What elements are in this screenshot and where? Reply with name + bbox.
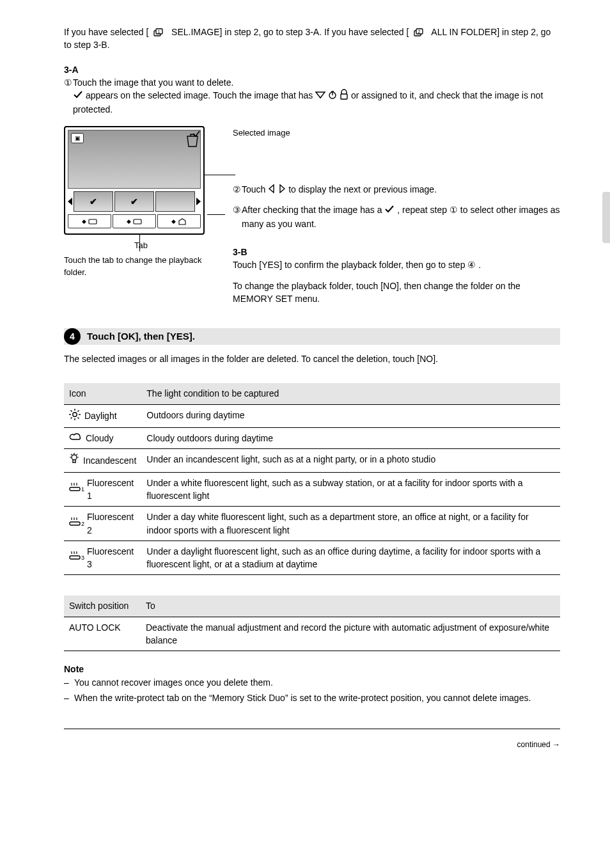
circled-2-icon: ②: [233, 183, 242, 197]
trash-check-icon: [184, 132, 201, 148]
svg-text:2: 2: [81, 521, 84, 527]
folder-tab-3[interactable]: ◆: [157, 214, 201, 228]
svg-point-19: [72, 455, 77, 460]
svg-rect-35: [70, 556, 80, 559]
step-4-title: Touch [OK], then [YES].: [87, 329, 195, 343]
svg-line-18: [71, 417, 72, 418]
fluorescent-1-icon: 1: [69, 482, 83, 496]
note-block: Note –You cannot recover images once you…: [64, 663, 560, 704]
step-3a-item-3: ③ After checking that the image has a , …: [233, 203, 560, 230]
sel-image-1-icon: 1: [151, 28, 169, 37]
table2-header-2: To: [141, 596, 560, 617]
fluorescent-3-icon: 3: [69, 551, 83, 564]
step-3b-cancel: To change the playback folder, touch [NO…: [233, 280, 560, 306]
protected-key-icon: [340, 90, 348, 103]
step-3b-label: 3-B: [233, 246, 560, 258]
fluorescent-2-icon: 2: [69, 517, 83, 530]
thumbnail-3[interactable]: [155, 191, 195, 212]
svg-text:2: 2: [418, 29, 421, 34]
step-4-number-icon: 4: [64, 328, 81, 345]
table-row: Daylight Outdoors during daytime: [64, 404, 560, 427]
svg-line-24: [77, 454, 78, 455]
svg-line-23: [71, 454, 72, 455]
incandescent-icon: [69, 453, 79, 468]
intro-paragraph: If you have selected [ 1 SEL.IMAGE] in s…: [64, 26, 560, 52]
step-3a-label: 3-A: [64, 63, 560, 76]
circled-4-inline-icon: ④: [467, 260, 476, 270]
svg-text:1: 1: [158, 29, 160, 34]
thumbnail-1[interactable]: ✔: [74, 191, 113, 212]
folder-badge-icon: ▣: [71, 133, 84, 143]
daylight-icon: [69, 409, 81, 423]
svg-text:1: 1: [81, 486, 84, 493]
note-label: Note: [64, 663, 560, 675]
table-row: Incandescent Under an incandescent light…: [64, 449, 560, 472]
step-3a-item-1: ① Touch the image that you want to delet…: [64, 76, 560, 116]
table-row: 1 Fluorescent 1 Under a white fluorescen…: [64, 472, 560, 507]
circled-1-icon: ①: [64, 76, 73, 116]
svg-line-17: [77, 410, 79, 411]
delete-screen-figure: ▣ ✔ ✔ ◆ ◆ ◆: [64, 126, 205, 235]
checkmark-icon: [384, 204, 395, 217]
light-condition-table: Icon The light condition to be captured …: [64, 383, 560, 575]
table2-header-1: Switch position: [64, 596, 141, 617]
checkmark-icon: [73, 90, 83, 102]
svg-text:3: 3: [81, 555, 84, 561]
list-item: –You cannot recover images once you dele…: [64, 676, 560, 689]
folder-tab-1[interactable]: ◆: [68, 214, 111, 228]
svg-line-16: [77, 417, 79, 418]
svg-point-10: [73, 413, 77, 416]
caption-tab-desc: Touch the tab to change the playback fol…: [64, 255, 217, 279]
table-row: 3 Fluorescent 3 Under a daylight fluores…: [64, 541, 560, 575]
switch-position-table: Switch position To AUTO LOCK Deactivate …: [64, 596, 560, 651]
svg-rect-30: [70, 522, 80, 525]
step-3a-item-2: ② Touch to display the next or previous …: [233, 183, 560, 197]
step-4-desc: The selected images or all images in the…: [64, 352, 560, 365]
prev-image-icon[interactable]: [68, 198, 72, 205]
step-3b-sentence: Touch [YES] to confirm the playback fold…: [233, 258, 560, 271]
page-divider: [64, 729, 560, 729]
continued-footer: continued →: [64, 739, 560, 750]
sel-image-2-icon: 2: [411, 28, 429, 37]
next-image-icon[interactable]: [196, 198, 201, 205]
circled-3-icon: ③: [233, 203, 242, 230]
table1-header-icon: Icon: [64, 383, 141, 404]
svg-rect-25: [70, 487, 80, 491]
table-row: AUTO LOCK Deactivate the manual adjustme…: [64, 617, 560, 651]
table-row: Cloudy Cloudy outdoors during daytime: [64, 428, 560, 449]
left-right-arrows-icon: [268, 184, 286, 197]
cloudy-icon: [69, 432, 82, 445]
svg-rect-8: [89, 219, 97, 224]
thumbnail-2[interactable]: ✔: [114, 191, 154, 212]
protected-timer-icon: [328, 90, 337, 102]
list-item: –When the write-protect tab on the “Memo…: [64, 691, 560, 704]
folder-tab-2[interactable]: ◆: [113, 214, 156, 228]
caption-tab: Tab: [134, 240, 217, 252]
svg-rect-7: [341, 94, 347, 99]
step-4-bar: 4 Touch [OK], then [YES].: [64, 328, 560, 345]
svg-rect-9: [134, 219, 141, 224]
svg-line-15: [71, 410, 72, 411]
side-tab: [602, 192, 610, 243]
caption-selected-image: Selected image: [233, 127, 560, 139]
table-row: 2 Fluorescent 2 Under a day white fluore…: [64, 507, 560, 541]
table1-header-desc: The light condition to be captured: [141, 383, 560, 404]
protected-down-icon: [315, 90, 325, 102]
